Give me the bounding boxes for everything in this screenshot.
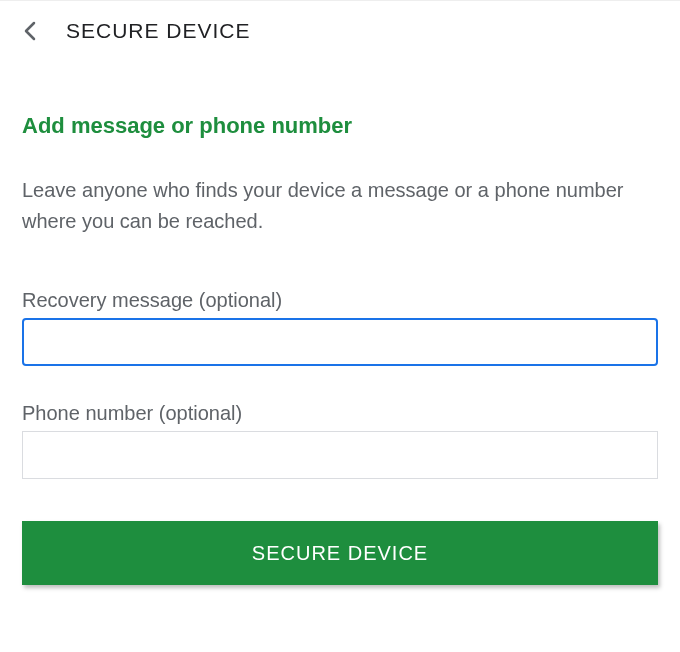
content: Add message or phone number Leave anyone… [0,53,680,479]
header: SECURE DEVICE [0,0,680,53]
recovery-message-label: Recovery message (optional) [22,289,658,312]
page-title: SECURE DEVICE [66,19,251,43]
phone-number-input[interactable] [22,431,658,479]
phone-number-group: Phone number (optional) [22,402,658,479]
phone-number-label: Phone number (optional) [22,402,658,425]
secure-device-button[interactable]: SECURE DEVICE [22,521,658,585]
section-title: Add message or phone number [22,113,658,139]
section-description: Leave anyone who finds your device a mes… [22,175,658,237]
recovery-message-input[interactable] [22,318,658,366]
back-icon[interactable] [20,22,38,40]
recovery-message-group: Recovery message (optional) [22,289,658,366]
